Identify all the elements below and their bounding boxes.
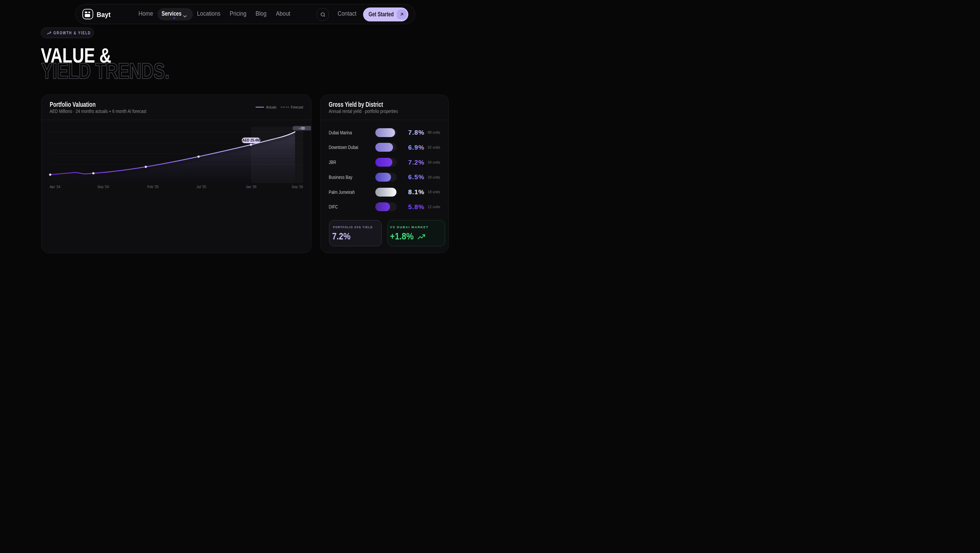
svg-text:~30: ~30 bbox=[298, 126, 305, 130]
svg-text:AED 25.4M: AED 25.4M bbox=[242, 138, 259, 142]
